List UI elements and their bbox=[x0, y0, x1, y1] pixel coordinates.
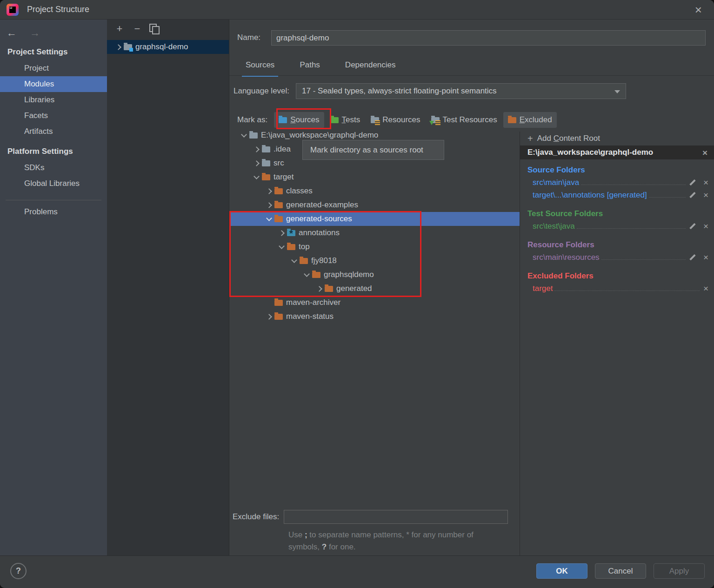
tree-row-classes[interactable]: classes bbox=[229, 184, 520, 198]
tab-dependencies[interactable]: Dependencies bbox=[345, 60, 396, 77]
directory-tree: E:\java_workspace\graphql-demo .idea src… bbox=[229, 128, 520, 555]
mark-tests-button[interactable]: Tests bbox=[326, 112, 365, 128]
excluded-folder-icon bbox=[325, 286, 333, 292]
test-source-folder-entry: src\test\java × bbox=[527, 220, 714, 232]
add-content-root-button[interactable]: + Add Content Root bbox=[520, 132, 714, 145]
tree-row-label: src bbox=[274, 159, 284, 168]
copy-module-icon[interactable] bbox=[152, 26, 157, 32]
tree-row-maven-status[interactable]: maven-status bbox=[229, 310, 520, 324]
resource-folders-title: Resource Folders bbox=[527, 239, 714, 251]
chevron-right-icon[interactable] bbox=[251, 147, 262, 152]
edit-pencil-icon[interactable] bbox=[689, 179, 696, 186]
tab-paths[interactable]: Paths bbox=[300, 60, 320, 77]
chevron-expanded-icon[interactable] bbox=[238, 134, 249, 137]
remove-folder-icon[interactable]: × bbox=[703, 222, 708, 231]
source-folders-section: Source Folders src\main\java × target\..… bbox=[520, 164, 714, 201]
language-level-row: Language level: 17 - Sealed types, alway… bbox=[234, 83, 626, 99]
module-list-panel: + − graphsql-demo bbox=[107, 20, 229, 555]
add-module-icon[interactable]: + bbox=[113, 23, 126, 35]
folder-path-link[interactable]: src\test\java bbox=[533, 222, 575, 231]
chevron-right-icon[interactable] bbox=[113, 45, 124, 49]
remove-folder-icon[interactable]: × bbox=[703, 178, 708, 187]
ok-button[interactable]: OK bbox=[536, 563, 587, 579]
sidebar-item-global-libraries[interactable]: Global Libraries bbox=[0, 176, 107, 192]
excluded-folder-icon bbox=[274, 202, 283, 208]
name-label: Name: bbox=[237, 33, 260, 42]
tree-row-graphsqldemo[interactable]: graphsqldemo bbox=[229, 268, 520, 282]
folder-path-link[interactable]: src\main\resources bbox=[533, 253, 600, 262]
intellij-logo-icon: IJ bbox=[7, 4, 19, 16]
remove-content-root-icon[interactable]: × bbox=[702, 148, 707, 157]
edit-pencil-icon[interactable] bbox=[689, 223, 696, 230]
chevron-expanded-icon[interactable] bbox=[276, 246, 287, 248]
chevron-right-icon[interactable] bbox=[251, 161, 262, 165]
footer-buttons: OK Cancel Apply bbox=[536, 563, 705, 579]
tree-row-label: annotations bbox=[299, 228, 340, 238]
chevron-expanded-icon[interactable] bbox=[263, 218, 274, 220]
sidebar-item-project[interactable]: Project bbox=[0, 60, 107, 76]
module-name-input[interactable] bbox=[271, 30, 706, 46]
remove-folder-icon[interactable]: × bbox=[703, 191, 708, 199]
excluded-folder-entry: target × bbox=[527, 282, 714, 295]
test-source-folders-title: Test Source Folders bbox=[527, 208, 714, 220]
help-icon[interactable]: ? bbox=[10, 563, 27, 579]
tree-row-fjy8018[interactable]: fjy8018 bbox=[229, 254, 520, 268]
tree-row-annotations[interactable]: * annotations bbox=[229, 226, 520, 240]
mark-sources-button[interactable]: Sources bbox=[274, 112, 324, 128]
back-arrow-icon[interactable]: ← bbox=[7, 27, 17, 39]
excluded-folders-title: Excluded Folders bbox=[527, 270, 714, 282]
module-list-item[interactable]: graphsql-demo bbox=[107, 40, 229, 54]
chevron-down-icon bbox=[614, 90, 620, 93]
content-root-item[interactable]: E:\java_workspace\graphql-demo × bbox=[520, 145, 714, 159]
chevron-expanded-icon[interactable] bbox=[301, 274, 312, 276]
source-folders-title: Source Folders bbox=[527, 164, 714, 176]
module-folder-icon bbox=[124, 44, 132, 50]
leader-dots bbox=[554, 291, 699, 291]
sidebar-item-libraries[interactable]: Libraries bbox=[0, 92, 107, 108]
sidebar-item-problems[interactable]: Problems bbox=[0, 204, 107, 220]
chevron-expanded-icon[interactable] bbox=[288, 260, 300, 262]
tree-row-generated-examples[interactable]: generated-examples bbox=[229, 198, 520, 212]
edit-pencil-icon[interactable] bbox=[689, 254, 696, 261]
module-toolbar: + − bbox=[107, 20, 229, 38]
tree-row-top[interactable]: top bbox=[229, 240, 520, 254]
close-icon[interactable]: × bbox=[695, 3, 702, 17]
test-resources-folder-icon bbox=[431, 117, 440, 123]
tree-row-generated-sources[interactable]: generated-sources bbox=[229, 212, 520, 226]
tab-sources[interactable]: Sources bbox=[246, 60, 274, 77]
sidebar-item-facets[interactable]: Facets bbox=[0, 108, 107, 124]
mark-as-label: Mark as: bbox=[237, 115, 267, 125]
tree-row-maven-archiver[interactable]: maven-archiver bbox=[229, 296, 520, 310]
chevron-right-icon[interactable] bbox=[276, 231, 287, 235]
mark-test-resources-button[interactable]: Test Resources bbox=[427, 112, 502, 128]
remove-module-icon[interactable]: − bbox=[131, 23, 143, 35]
chevron-right-icon[interactable] bbox=[263, 315, 274, 319]
tree-row-target[interactable]: target bbox=[229, 170, 520, 184]
sidebar-item-artifacts[interactable]: Artifacts bbox=[0, 124, 107, 139]
sidebar-item-modules[interactable]: Modules bbox=[0, 76, 107, 92]
tooltip-text: Mark directory as a sources root bbox=[310, 145, 423, 155]
tests-folder-icon bbox=[330, 117, 339, 123]
chevron-expanded-icon[interactable] bbox=[251, 176, 262, 178]
tree-row-generated[interactable]: generated bbox=[229, 282, 520, 296]
tree-row-label: generated-examples bbox=[286, 200, 358, 210]
sidebar-item-sdks[interactable]: SDKs bbox=[0, 160, 107, 176]
chevron-right-icon[interactable] bbox=[263, 189, 274, 193]
generated-sources-folder-icon: * bbox=[287, 230, 295, 236]
mark-excluded-button[interactable]: Excluded bbox=[503, 112, 557, 128]
remove-folder-icon[interactable]: × bbox=[703, 284, 708, 293]
edit-pencil-icon[interactable] bbox=[689, 192, 696, 199]
mark-resources-button[interactable]: Resources bbox=[366, 112, 425, 128]
chevron-right-icon[interactable] bbox=[263, 203, 274, 207]
language-level-select[interactable]: 17 - Sealed types, always-strict floatin… bbox=[296, 83, 626, 99]
folder-path-link[interactable]: target\...\annotations [generated] bbox=[533, 191, 647, 200]
cancel-button[interactable]: Cancel bbox=[595, 563, 646, 579]
tree-row-label: generated bbox=[336, 284, 372, 293]
chevron-right-icon[interactable] bbox=[314, 287, 325, 291]
folder-path-link[interactable]: target bbox=[533, 284, 553, 293]
exclude-files-input[interactable] bbox=[284, 510, 508, 524]
source-folder-entry: target\...\annotations [generated] × bbox=[527, 189, 714, 201]
folder-path-link[interactable]: src\main\java bbox=[533, 178, 579, 187]
exclude-files-help: Use ; to separate name patterns, * for a… bbox=[288, 529, 512, 553]
remove-folder-icon[interactable]: × bbox=[703, 253, 708, 262]
